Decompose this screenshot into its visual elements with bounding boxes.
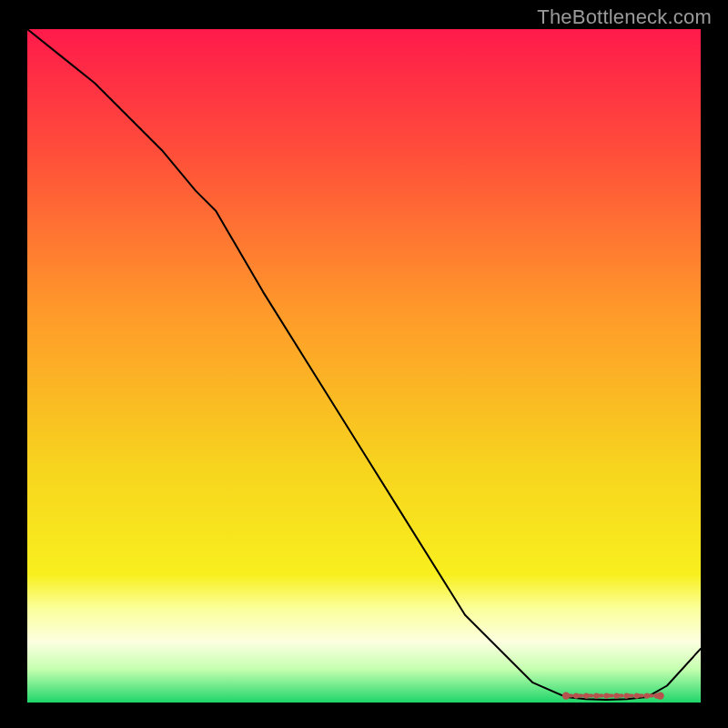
svg-point-16 [623, 693, 629, 698]
svg-point-17 [634, 693, 640, 698]
plot-area [27, 29, 701, 703]
svg-point-12 [583, 693, 589, 698]
chart-stage: TheBottleneck.com [0, 0, 728, 728]
svg-point-11 [573, 693, 579, 698]
svg-point-21 [562, 692, 570, 699]
watermark-text: TheBottleneck.com [537, 5, 712, 29]
svg-point-13 [593, 693, 599, 698]
chart-background [27, 29, 701, 703]
svg-point-18 [644, 693, 650, 698]
svg-point-15 [613, 693, 619, 698]
chart-svg [27, 29, 701, 703]
svg-point-22 [656, 692, 663, 699]
svg-point-14 [603, 693, 609, 698]
